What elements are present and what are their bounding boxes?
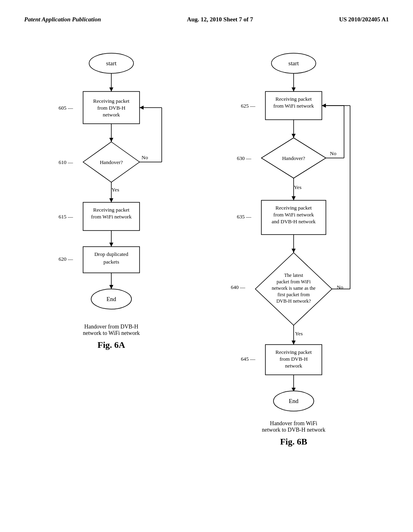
- fig6a-caption-area: Handover from DVB-Hnetwork to WiFi netwo…: [83, 324, 140, 350]
- fig6b-ref635: 635 —: [237, 214, 252, 220]
- fig6b-n625-line1: Receiving packet: [275, 96, 312, 102]
- fig6a-caption-text: Handover from DVB-Hnetwork to WiFi netwo…: [83, 324, 140, 337]
- fig6a-n615-line2: from WiFi network: [91, 214, 132, 220]
- fig6b-n645-line1: Receiving packet: [275, 349, 312, 355]
- fig6b-n635-line3: and DVB-H network: [271, 218, 316, 224]
- fig6b-n635-line1: Receiving packet: [275, 205, 312, 211]
- header-publication-label: Patent Application Publication: [24, 16, 101, 23]
- svg-marker-31: [292, 249, 296, 253]
- fig6a-ref610: 610 —: [58, 159, 73, 165]
- fig6a-n610: Handover?: [100, 159, 123, 165]
- fig6a-ref605: 605 —: [58, 105, 73, 111]
- fig6b-caption-area: Handover from WiFinetwork to DVB-H netwo…: [262, 420, 325, 447]
- fig6a-n605-line1: Receiving packet: [93, 98, 129, 104]
- fig6b-svg: start Receiving packet from WiFi network…: [225, 47, 362, 418]
- fig6b-ref645: 645 —: [241, 356, 256, 362]
- fig6a-n620-line2: packets: [104, 259, 119, 265]
- fig6b-n640-line5: DVB-H network?: [276, 298, 311, 304]
- svg-marker-14: [109, 285, 113, 289]
- svg-marker-8: [109, 198, 113, 202]
- fig6b-ref625: 625 —: [241, 103, 256, 109]
- header-date-sheet: Aug. 12, 2010 Sheet 7 of 7: [187, 16, 253, 23]
- fig6a-svg: start Receiving packet from DVB-H networ…: [51, 47, 172, 321]
- fig6b-start: start: [288, 60, 299, 66]
- fig6a-end: End: [106, 296, 117, 302]
- svg-marker-28: [292, 196, 296, 200]
- fig6b-end: End: [289, 398, 299, 404]
- fig6a-yes-label: Yes: [112, 187, 119, 193]
- fig6b-ref640: 640 —: [231, 284, 246, 290]
- svg-marker-5: [109, 138, 113, 142]
- svg-marker-38: [292, 341, 296, 345]
- page-header: Patent Application Publication Aug. 12, …: [24, 16, 389, 23]
- svg-marker-46: [322, 104, 326, 108]
- fig6a-container: start Receiving packet from DVB-H networ…: [51, 47, 172, 350]
- fig6b-no1-label: No: [330, 150, 336, 156]
- svg-marker-2: [109, 87, 113, 91]
- svg-marker-11: [109, 243, 113, 247]
- fig6b-yes2-label: Yes: [295, 330, 303, 337]
- fig6b-n640-line2: packet from WiFi: [277, 279, 311, 285]
- fig6b-n640-line3: network is same as the: [272, 285, 316, 291]
- fig6a-n605-line3: network: [103, 112, 120, 118]
- fig6b-container: start Receiving packet from WiFi network…: [225, 47, 362, 447]
- fig6b-n640-line1: The latest: [284, 272, 304, 278]
- fig6b-n625-line2: from WiFi network: [273, 103, 314, 109]
- fig6b-label: Fig. 6B: [262, 436, 325, 447]
- fig6b-n630: Handover?: [282, 155, 305, 161]
- fig6a-n615-line1: Receiving packet: [93, 207, 129, 213]
- fig6a-label: Fig. 6A: [83, 340, 140, 350]
- header-patent-number: US 2010/202405 A1: [339, 16, 389, 23]
- diagrams-container: start Receiving packet from DVB-H networ…: [24, 47, 389, 447]
- fig6b-yes1-label: Yes: [294, 184, 302, 190]
- svg-marker-25: [292, 134, 296, 138]
- fig6b-n645-line3: network: [285, 363, 302, 369]
- fig6b-caption-text: Handover from WiFinetwork to DVB-H netwo…: [262, 420, 325, 433]
- svg-marker-22: [292, 87, 296, 91]
- fig6b-n640-line4: first packet from: [277, 292, 310, 297]
- fig6a-start: start: [106, 60, 117, 66]
- fig6b-n635-line2: from WiFi network: [273, 212, 314, 218]
- fig6b-n645-line2: from DVB-H: [280, 356, 308, 362]
- fig6a-n605-line2: from DVB-H: [97, 105, 125, 111]
- fig6b-ref630: 630 —: [237, 155, 252, 161]
- fig6a-ref620: 620 —: [58, 256, 73, 262]
- fig6a-no-label: No: [142, 154, 148, 160]
- fig6a-ref615: 615 —: [58, 214, 73, 220]
- page: Patent Application Publication Aug. 12, …: [0, 0, 413, 532]
- svg-marker-19: [140, 106, 144, 110]
- fig6a-n620-line1: Drop duplicated: [94, 251, 129, 257]
